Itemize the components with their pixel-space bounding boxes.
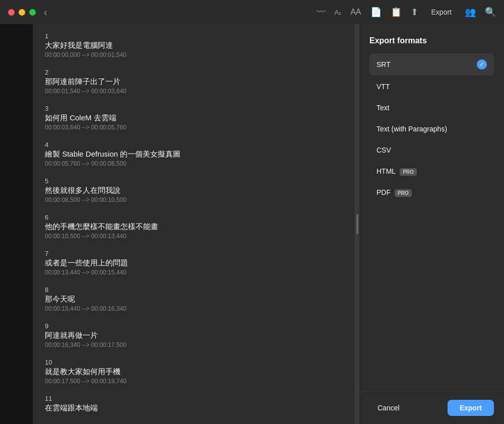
- export-formats-title: Export formats: [369, 36, 494, 45]
- subtitle-num: 4: [45, 141, 343, 149]
- font-large-icon[interactable]: AA: [350, 8, 361, 17]
- subtitle-num: 8: [45, 286, 343, 294]
- document-icon[interactable]: 📄: [370, 7, 382, 18]
- subtitle-time: 00:00:15,440 --> 00:00:16,340: [45, 305, 343, 312]
- subtitle-num: 2: [45, 68, 343, 76]
- subtitle-num: 11: [45, 395, 343, 402]
- format-srt-check: ✓: [477, 59, 487, 69]
- subtitle-num: 9: [45, 322, 343, 330]
- subtitle-text: 如何用 ColeM 去雲端: [45, 113, 343, 123]
- subtitles-panel[interactable]: 1 大家好我是電腦阿達 00:00:00,000 --> 00:00:01,54…: [33, 24, 355, 424]
- subtitle-text: 繪製 Stable Defrusion 的一個美女擬真圖: [45, 150, 343, 159]
- subtitle-time: 00:00:00,000 --> 00:00:01,540: [45, 51, 343, 58]
- subtitle-text: 或者是一些使用上的問題: [45, 258, 343, 268]
- subtitle-text: 大家好我是電腦阿達: [45, 41, 343, 50]
- subtitle-entry-7: 7 或者是一些使用上的問題 00:00:13,440 --> 00:00:15,…: [45, 250, 343, 276]
- share-icon[interactable]: ⬆: [411, 7, 418, 18]
- pdf-pro-badge: PRO: [395, 189, 412, 197]
- subtitle-text: 阿達就再做一片: [45, 331, 343, 340]
- divider-handle: [356, 214, 358, 234]
- traffic-lights: [8, 9, 36, 16]
- export-button[interactable]: Export: [448, 400, 494, 416]
- subtitle-time: 00:00:17,500 --> 00:00:19,740: [45, 378, 343, 385]
- subtitle-num: 1: [45, 32, 343, 40]
- subtitle-time: 00:00:03,640 --> 00:00:05,760: [45, 124, 343, 131]
- subtitle-text: 然後就很多人在問我說: [45, 186, 343, 195]
- export-panel: Export formats SRT ✓ VTT Text Text (with…: [359, 24, 504, 424]
- subtitle-entry-5: 5 然後就很多人在問我說 00:00:08,500 --> 00:00:10,5…: [45, 177, 343, 203]
- subtitle-num: 6: [45, 214, 343, 221]
- subtitle-num: 3: [45, 105, 343, 112]
- export-footer: Cancel Export: [359, 391, 504, 424]
- font-small-icon[interactable]: A₁: [335, 9, 342, 16]
- subtitle-entry-11: 11 在雲端跟本地端: [45, 395, 343, 413]
- toolbar-right: 〰 A₁ AA 📄 📋 ⬆ Export 👥 🔍: [317, 6, 496, 18]
- export-formats-section: Export formats SRT ✓ VTT Text Text (with…: [359, 24, 504, 391]
- maximize-button[interactable]: [29, 9, 36, 16]
- subtitle-time: 00:00:13,440 --> 00:00:15,440: [45, 269, 343, 276]
- subtitle-text: 那阿達前陣子出了一片: [45, 77, 343, 87]
- format-pdf[interactable]: PDFPRO: [369, 182, 494, 202]
- format-text[interactable]: Text: [369, 98, 494, 118]
- subtitle-time: 00:00:10,500 --> 00:00:13,440: [45, 233, 343, 240]
- panel-divider[interactable]: [355, 24, 359, 424]
- subtitle-entry-2: 2 那阿達前陣子出了一片 00:00:01,540 --> 00:00:03,6…: [45, 68, 343, 95]
- format-html-label: HTMLPRO: [376, 167, 417, 175]
- users-icon[interactable]: 👥: [465, 7, 476, 18]
- subtitle-time: 00:00:16,340 --> 00:00:17,500: [45, 341, 343, 348]
- copy-icon[interactable]: 📋: [391, 7, 402, 18]
- format-vtt-label: VTT: [376, 83, 390, 91]
- export-modal: 1 大家好我是電腦阿達 00:00:00,000 --> 00:00:01,54…: [33, 24, 504, 424]
- close-button[interactable]: [8, 9, 15, 16]
- format-csv-label: CSV: [376, 146, 391, 154]
- subtitle-text: 他的手機怎麼樣不能畫怎樣不能畫: [45, 222, 343, 232]
- subtitle-entry-6: 6 他的手機怎麼樣不能畫怎樣不能畫 00:00:10,500 --> 00:00…: [45, 214, 343, 240]
- export-toolbar-button[interactable]: Export: [427, 6, 456, 18]
- subtitle-entry-10: 10 就是教大家如何用手機 00:00:17,500 --> 00:00:19,…: [45, 359, 343, 385]
- subtitle-entry-3: 3 如何用 ColeM 去雲端 00:00:03,640 --> 00:00:0…: [45, 105, 343, 131]
- waveform-icon[interactable]: 〰: [317, 7, 326, 18]
- subtitle-time: 00:00:01,540 --> 00:00:03,640: [45, 88, 343, 95]
- format-pdf-label: PDFPRO: [376, 188, 412, 196]
- format-srt-label: SRT: [376, 60, 391, 68]
- format-srt[interactable]: SRT ✓: [369, 53, 494, 76]
- subtitle-num: 10: [45, 359, 343, 366]
- subtitle-text: 在雲端跟本地端: [45, 403, 343, 413]
- format-text-label: Text: [376, 104, 390, 112]
- subtitle-time: 00:00:05,760 --> 00:00:08,500: [45, 160, 343, 167]
- subtitle-num: 7: [45, 250, 343, 257]
- format-text-paragraphs-label: Text (with Paragraphs): [376, 125, 447, 133]
- subtitle-text: 就是教大家如何用手機: [45, 367, 343, 377]
- format-html[interactable]: HTMLPRO: [369, 161, 494, 181]
- subtitle-entry-8: 8 那今天呢 00:00:15,440 --> 00:00:16,340: [45, 286, 343, 312]
- html-pro-badge: PRO: [400, 168, 417, 176]
- subtitle-entry-9: 9 阿達就再做一片 00:00:16,340 --> 00:00:17,500: [45, 322, 343, 348]
- subtitle-time: 00:00:08,500 --> 00:00:10,500: [45, 196, 343, 203]
- format-vtt[interactable]: VTT: [369, 77, 494, 97]
- subtitle-num: 5: [45, 177, 343, 185]
- subtitle-text: 那今天呢: [45, 295, 343, 304]
- minimize-button[interactable]: [19, 9, 25, 16]
- format-csv[interactable]: CSV: [369, 140, 494, 160]
- search-icon[interactable]: 🔍: [485, 7, 496, 18]
- format-text-paragraphs[interactable]: Text (with Paragraphs): [369, 119, 494, 139]
- subtitle-entry-4: 4 繪製 Stable Defrusion 的一個美女擬真圖 00:00:05,…: [45, 141, 343, 167]
- subtitle-entry-1: 1 大家好我是電腦阿達 00:00:00,000 --> 00:00:01,54…: [45, 32, 343, 58]
- titlebar: ‹ 〰 A₁ AA 📄 📋 ⬆ Export 👥 🔍: [0, 0, 504, 24]
- back-button[interactable]: ‹: [44, 7, 47, 18]
- cancel-button[interactable]: Cancel: [369, 400, 408, 416]
